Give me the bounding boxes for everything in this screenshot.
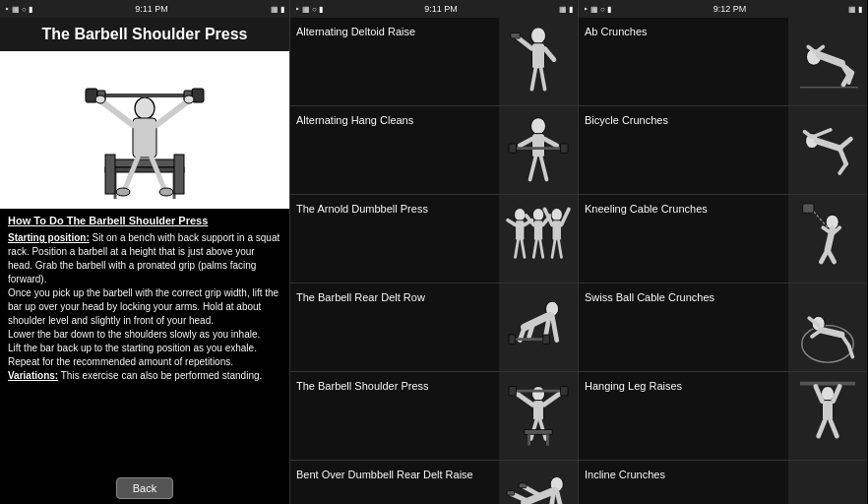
svg-line-53	[552, 240, 555, 257]
article-section-4: Lift the bar back up to the starting pos…	[8, 342, 281, 355]
exercise-image-area	[0, 51, 289, 209]
wifi-icon-3: ○	[600, 5, 605, 14]
svg-line-60	[552, 315, 557, 340]
svg-rect-83	[507, 490, 515, 495]
exercise-name: Swiss Ball Cable Crunches	[579, 284, 788, 371]
list-item[interactable]: Kneeling Cable Crunches	[579, 195, 867, 284]
svg-line-114	[849, 346, 853, 356]
exercise-thumbnail	[499, 372, 578, 460]
list-item[interactable]: Swiss Ball Cable Crunches	[579, 284, 867, 372]
svg-line-47	[533, 240, 536, 257]
exercise-thumbnail	[788, 18, 867, 105]
status-right-icons: ▦ ▮	[271, 5, 284, 14]
signal-icon: ▦	[12, 5, 20, 14]
svg-point-19	[95, 95, 105, 103]
list-item[interactable]: Bicycle Crunches	[579, 106, 867, 195]
list-item[interactable]: The Barbell Shoulder Press	[290, 372, 578, 461]
exercise-name: Bicycle Crunches	[579, 106, 788, 194]
svg-point-49	[551, 209, 562, 221]
list-item[interactable]: Incline Crunches	[579, 461, 867, 504]
article-body: How To Do The Barbell Shoulder Press Sta…	[0, 209, 289, 472]
status-right-2: ▦ ▮	[559, 5, 573, 14]
list-item[interactable]: The Barbell Rear Delt Row	[290, 284, 578, 372]
list-item[interactable]: Ab Crunches	[579, 18, 867, 106]
svg-rect-44	[533, 220, 542, 241]
svg-line-98	[839, 149, 846, 164]
svg-point-64	[531, 387, 544, 402]
article-section-3: Lower the bar down to the shoulders slow…	[8, 328, 281, 342]
svg-line-81	[557, 490, 564, 504]
exercise-thumbnail	[788, 372, 867, 460]
exercise-thumbnail	[499, 106, 578, 194]
svg-line-31	[545, 139, 557, 146]
shoulder-exercise-list-panel: ‣ ▦ ○ ▮ 9:11 PM ▦ ▮ Alternating Deltoid …	[290, 0, 579, 504]
svg-line-9	[156, 100, 189, 125]
bat-right-3: ▮	[858, 5, 862, 14]
exercise-thumbnail	[499, 461, 578, 504]
svg-rect-1	[105, 167, 184, 172]
exercise-thumbnail	[788, 461, 867, 504]
svg-line-41	[516, 240, 519, 257]
article-section-2: Once you pick up the barbell with the co…	[8, 286, 281, 328]
svg-line-120	[819, 420, 826, 436]
exercise-thumbnail	[788, 195, 867, 283]
exercise-thumbnail	[788, 284, 867, 371]
svg-rect-35	[509, 144, 517, 153]
list-item[interactable]: The Arnold Dumbbell Press	[290, 195, 578, 284]
list-item[interactable]: Bent Over Dumbbell Rear Delt Raise	[290, 461, 578, 504]
svg-line-26	[541, 69, 545, 90]
sig-icon-2: ▦	[302, 5, 310, 14]
svg-point-20	[184, 95, 194, 103]
exercise-name: Bent Over Dumbbell Rear Delt Raise	[290, 461, 499, 504]
svg-line-32	[530, 158, 536, 180]
barbell-press-illustration	[81, 56, 209, 204]
svg-line-8	[100, 100, 133, 125]
list-item[interactable]: Alternating Deltoid Raise	[290, 18, 578, 106]
svg-line-30	[520, 139, 531, 146]
battery-right-icon: ▮	[280, 5, 284, 14]
section-label-1: Starting position:	[8, 232, 90, 243]
sig-icon-3: ▦	[590, 5, 598, 14]
exercise-name: Hanging Leg Raises	[579, 372, 788, 460]
status-bar-2: ‣ ▦ ○ ▮ 9:11 PM ▦ ▮	[290, 0, 578, 18]
variations-label: Variations:	[8, 370, 58, 381]
bt-icon-2: ‣	[295, 5, 300, 14]
article-heading: How To Do The Barbell Shoulder Press	[8, 214, 281, 228]
exercise-name: The Barbell Rear Delt Row	[290, 284, 499, 371]
svg-line-105	[828, 250, 835, 262]
list-item[interactable]: Hanging Leg Raises	[579, 372, 867, 461]
svg-rect-72	[561, 387, 569, 396]
svg-rect-107	[803, 204, 814, 213]
back-button[interactable]: Back	[116, 477, 173, 499]
exercise-thumbnail	[499, 195, 578, 283]
status-right-3: ▦ ▮	[848, 5, 862, 14]
svg-rect-5	[174, 155, 184, 194]
article-section-1: Starting position: Sit on a bench with b…	[8, 231, 281, 286]
abs-exercise-list-panel: ‣ ▦ ○ ▮ 9:12 PM ▦ ▮ Ab Crunches	[579, 0, 867, 504]
status-time-2: 9:11 PM	[424, 4, 458, 14]
svg-line-110	[821, 330, 841, 335]
svg-point-21	[531, 28, 546, 44]
svg-rect-0	[110, 159, 179, 167]
svg-rect-73	[525, 430, 552, 435]
svg-line-85	[820, 55, 842, 63]
status-bar-1: ‣ ▦ ○ ▮ 9:11 PM ▦ ▮	[0, 0, 289, 18]
svg-line-24	[545, 48, 554, 59]
exercise-name: The Barbell Shoulder Press	[290, 372, 499, 460]
svg-rect-62	[509, 335, 516, 344]
exercise-name: The Arnold Dumbbell Press	[290, 195, 499, 283]
wifi-icon-2: ○	[312, 5, 317, 14]
svg-line-87	[816, 47, 824, 53]
svg-point-28	[531, 118, 546, 135]
svg-line-121	[831, 420, 837, 436]
exercise-name: Alternating Deltoid Raise	[290, 18, 499, 105]
svg-line-99	[839, 164, 846, 173]
svg-rect-82	[519, 483, 527, 488]
svg-line-54	[559, 240, 562, 257]
svg-line-118	[816, 387, 823, 402]
bluetooth-icon: ‣	[5, 5, 10, 14]
svg-point-12	[116, 188, 130, 196]
exercise-list-2: Alternating Deltoid Raise	[290, 18, 578, 504]
list-item[interactable]: Alternating Hang Cleans	[290, 106, 578, 195]
exercise-thumbnail	[788, 106, 867, 194]
